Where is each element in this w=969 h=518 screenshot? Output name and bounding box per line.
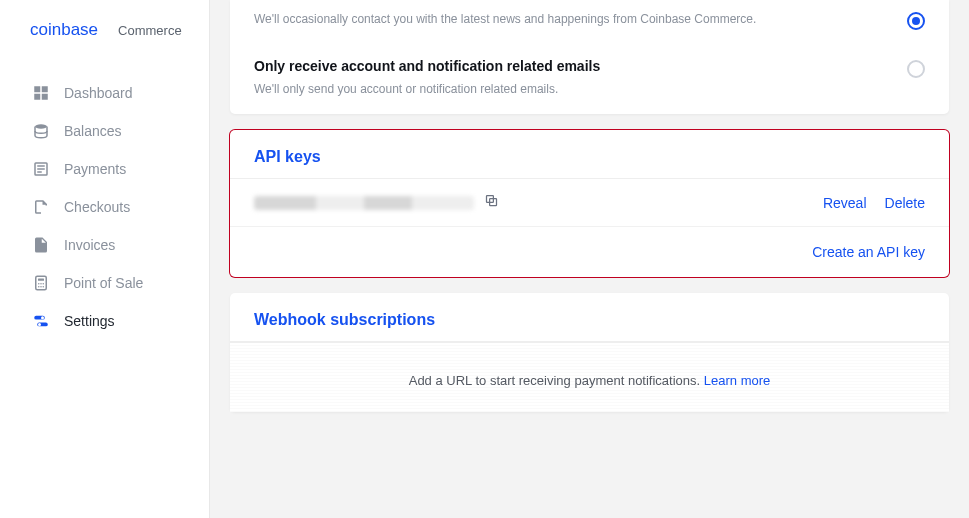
brand-sub: Commerce (118, 23, 182, 38)
option-desc: We'll occasionally contact you with the … (254, 10, 867, 28)
create-api-key-button[interactable]: Create an API key (812, 244, 925, 260)
api-footer: Create an API key (230, 227, 949, 277)
api-keys-heading: API keys (230, 130, 949, 179)
sidebar-item-checkouts[interactable]: Checkouts (16, 188, 193, 226)
sidebar-item-label: Settings (64, 313, 115, 329)
sidebar-item-dashboard[interactable]: Dashboard (16, 74, 193, 112)
sidebar-item-balances[interactable]: Balances (16, 112, 193, 150)
svg-point-14 (40, 286, 42, 288)
learn-more-link[interactable]: Learn more (704, 373, 770, 388)
webhook-heading: Webhook subscriptions (230, 293, 949, 342)
svg-point-13 (38, 286, 40, 288)
radio-account-only[interactable] (907, 60, 925, 78)
svg-rect-2 (34, 94, 40, 100)
svg-rect-3 (42, 94, 48, 100)
delete-button[interactable]: Delete (885, 195, 925, 211)
webhook-empty-state: Add a URL to start receiving payment not… (230, 342, 949, 412)
invoices-icon (32, 236, 50, 254)
api-key-actions: Reveal Delete (823, 195, 925, 211)
email-option-account-only[interactable]: Only receive account and notification re… (230, 46, 949, 114)
svg-point-4 (35, 124, 47, 129)
settings-icon (32, 312, 50, 330)
svg-point-20 (38, 323, 41, 326)
brand-name: coinbase (30, 20, 98, 40)
webhook-card: Webhook subscriptions Add a URL to start… (230, 293, 949, 412)
svg-rect-16 (38, 279, 44, 281)
payments-icon (32, 160, 50, 178)
sidebar-nav: Dashboard Balances Payments Checkouts In… (0, 62, 209, 340)
reveal-button[interactable]: Reveal (823, 195, 867, 211)
svg-point-12 (43, 283, 45, 285)
svg-rect-1 (42, 86, 48, 92)
sidebar-item-label: Balances (64, 123, 122, 139)
balances-icon (32, 122, 50, 140)
logo: coinbase Commerce (0, 20, 209, 62)
sidebar-item-pos[interactable]: Point of Sale (16, 264, 193, 302)
option-title: Only receive account and notification re… (254, 58, 867, 74)
dashboard-icon (32, 84, 50, 102)
svg-rect-0 (34, 86, 40, 92)
sidebar-item-invoices[interactable]: Invoices (16, 226, 193, 264)
api-keys-card: API keys Reveal Delete Create an API key (230, 130, 949, 277)
email-option-all[interactable]: We'll occasionally contact you with the … (230, 0, 949, 46)
webhook-message: Add a URL to start receiving payment not… (409, 373, 704, 388)
copy-icon[interactable] (484, 193, 499, 212)
svg-point-10 (38, 283, 40, 285)
email-preferences-card: We'll occasionally contact you with the … (230, 0, 949, 114)
svg-point-15 (43, 286, 45, 288)
sidebar-item-settings[interactable]: Settings (16, 302, 193, 340)
sidebar-item-label: Invoices (64, 237, 115, 253)
api-key-masked (254, 193, 823, 212)
checkouts-icon (32, 198, 50, 216)
sidebar: coinbase Commerce Dashboard Balances Pay… (0, 0, 210, 518)
svg-point-18 (41, 316, 44, 319)
api-key-row: Reveal Delete (230, 179, 949, 227)
sidebar-item-label: Checkouts (64, 199, 130, 215)
pos-icon (32, 274, 50, 292)
option-text: Only receive account and notification re… (254, 58, 907, 98)
sidebar-item-label: Point of Sale (64, 275, 143, 291)
option-text: We'll occasionally contact you with the … (254, 10, 907, 28)
svg-point-11 (40, 283, 42, 285)
radio-all-emails[interactable] (907, 12, 925, 30)
option-desc: We'll only send you account or notificat… (254, 80, 867, 98)
sidebar-item-payments[interactable]: Payments (16, 150, 193, 188)
sidebar-item-label: Dashboard (64, 85, 133, 101)
api-key-value-blur (254, 196, 474, 210)
main-content: We'll occasionally contact you with the … (210, 0, 969, 518)
sidebar-item-label: Payments (64, 161, 126, 177)
